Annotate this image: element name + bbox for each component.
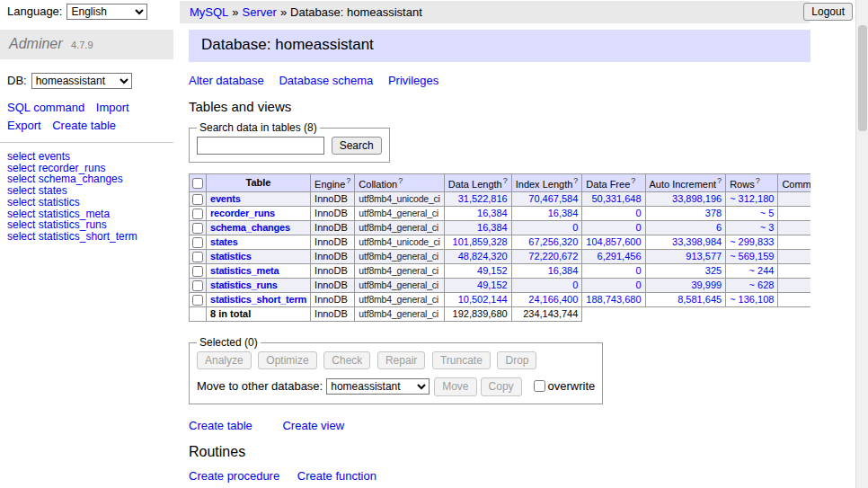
move-db-select[interactable]: homeassistant bbox=[326, 378, 430, 395]
sql-command-link[interactable]: SQL command bbox=[7, 101, 84, 114]
collation-cell: utf8mb4_general_ci bbox=[355, 207, 444, 221]
rows-help-link[interactable]: ? bbox=[756, 176, 760, 185]
data-free-help-link[interactable]: ? bbox=[631, 176, 635, 185]
auto-increment-link[interactable]: 33,398,984 bbox=[672, 236, 722, 247]
select-all-checkbox[interactable] bbox=[192, 178, 203, 189]
alter-database-link[interactable]: Alter database bbox=[189, 74, 264, 87]
auto-increment-link[interactable]: 6 bbox=[716, 222, 722, 233]
row-checkbox[interactable] bbox=[192, 237, 203, 248]
row-checkbox[interactable] bbox=[192, 252, 203, 262]
data-length-link[interactable]: 16,384 bbox=[477, 208, 508, 218]
move-button[interactable]: Move bbox=[434, 377, 476, 395]
create-view-link[interactable]: Create view bbox=[282, 419, 344, 432]
breadcrumb-server-link[interactable]: Server bbox=[243, 5, 277, 19]
rows-link[interactable]: ~ 3 bbox=[760, 222, 775, 233]
data-free-link[interactable]: 188,743,680 bbox=[586, 294, 641, 305]
optimize-button[interactable]: Optimize bbox=[258, 351, 316, 369]
table-name-link[interactable]: states bbox=[210, 236, 238, 247]
table-name-link[interactable]: events bbox=[210, 193, 241, 204]
sidebar-create-table-link[interactable]: Create table bbox=[52, 119, 116, 132]
table-name-link[interactable]: statistics_runs bbox=[210, 279, 278, 290]
copy-button[interactable]: Copy bbox=[481, 377, 522, 395]
index-length-link[interactable]: 16,384 bbox=[548, 265, 579, 276]
collation-help-link[interactable]: ? bbox=[398, 176, 403, 185]
database-schema-link[interactable]: Database schema bbox=[279, 74, 373, 87]
row-checkbox[interactable] bbox=[192, 266, 203, 277]
import-link[interactable]: Import bbox=[96, 101, 129, 114]
create-procedure-link[interactable]: Create procedure bbox=[189, 469, 279, 483]
analyze-button[interactable]: Analyze bbox=[197, 351, 252, 369]
rows-link[interactable]: ~ 136,108 bbox=[730, 294, 774, 305]
auto-increment-link[interactable]: 8,581,645 bbox=[678, 294, 722, 305]
check-button[interactable]: Check bbox=[323, 351, 370, 369]
data-free-link[interactable]: 0 bbox=[635, 265, 641, 276]
data-free-link[interactable]: 0 bbox=[635, 279, 641, 290]
breadcrumb-mysql-link[interactable]: MySQL bbox=[190, 5, 228, 19]
data-length-cell: 101,859,328 bbox=[444, 235, 511, 250]
index-length-link[interactable]: 72,220,672 bbox=[528, 251, 578, 262]
data-length-link[interactable]: 49,152 bbox=[477, 279, 508, 290]
auto-increment-link[interactable]: 378 bbox=[705, 208, 722, 218]
scrollbar-thumb[interactable] bbox=[858, 25, 867, 131]
drop-button[interactable]: Drop bbox=[497, 351, 536, 369]
db-select[interactable]: homeassistant bbox=[31, 73, 132, 89]
data-free-link[interactable]: 0 bbox=[635, 208, 641, 218]
row-checkbox[interactable] bbox=[192, 295, 203, 306]
row-checkbox[interactable] bbox=[192, 209, 203, 219]
repair-button[interactable]: Repair bbox=[377, 351, 425, 369]
rows-link[interactable]: ~ 299,833 bbox=[730, 236, 774, 247]
data-free-link[interactable]: 6,291,456 bbox=[598, 251, 642, 262]
auto-increment-help-link[interactable]: ? bbox=[717, 176, 722, 185]
table-structure-link[interactable]: statistics_short_term bbox=[39, 230, 137, 243]
vertical-scrollbar[interactable] bbox=[855, 0, 868, 488]
index-length-link[interactable]: 67,256,320 bbox=[528, 236, 578, 247]
index-length-link[interactable]: 0 bbox=[572, 222, 578, 233]
table-name-link[interactable]: recorder_runs bbox=[210, 208, 275, 218]
rows-link[interactable]: ~ 569,159 bbox=[730, 251, 774, 262]
auto-increment-link[interactable]: 325 bbox=[705, 265, 722, 276]
index-length-link[interactable]: 16,384 bbox=[548, 208, 579, 218]
language-select[interactable]: English bbox=[66, 4, 147, 20]
adminer-logo-link[interactable]: Adminer bbox=[9, 36, 63, 51]
data-length-link[interactable]: 16,384 bbox=[477, 222, 508, 233]
table-name-link[interactable]: statistics_meta bbox=[210, 265, 279, 276]
auto-increment-link[interactable]: 39,999 bbox=[691, 279, 722, 290]
auto-increment-link[interactable]: 33,898,196 bbox=[672, 193, 722, 204]
overwrite-checkbox[interactable] bbox=[534, 380, 545, 392]
data-length-link[interactable]: 48,824,320 bbox=[458, 251, 508, 262]
export-link[interactable]: Export bbox=[7, 119, 41, 132]
rows-link[interactable]: ~ 628 bbox=[749, 279, 775, 290]
index-length-help-link[interactable]: ? bbox=[573, 176, 578, 185]
search-button[interactable]: Search bbox=[332, 137, 382, 155]
row-checkbox[interactable] bbox=[192, 223, 203, 234]
rows-link[interactable]: ~ 244 bbox=[749, 265, 775, 276]
index-length-link[interactable]: 0 bbox=[572, 279, 578, 290]
table-name-link[interactable]: schema_changes bbox=[210, 222, 290, 233]
auto-increment-link[interactable]: 913,577 bbox=[686, 251, 722, 262]
row-checkbox[interactable] bbox=[192, 280, 203, 291]
table-name-link[interactable]: statistics_short_term bbox=[210, 294, 306, 305]
data-free-link[interactable]: 0 bbox=[635, 222, 641, 233]
data-free-link[interactable]: 104,857,600 bbox=[586, 236, 641, 247]
engine-help-link[interactable]: ? bbox=[346, 176, 350, 185]
data-length-link[interactable]: 101,859,328 bbox=[453, 236, 508, 247]
create-table-link[interactable]: Create table bbox=[189, 419, 252, 432]
data-length-link[interactable]: 31,522,816 bbox=[458, 193, 508, 204]
table-row: statistics InnoDB utf8mb4_general_ci 48,… bbox=[190, 250, 811, 264]
select-table-link[interactable]: select bbox=[7, 230, 35, 243]
index-length-link[interactable]: 70,467,584 bbox=[528, 193, 578, 204]
data-length-help-link[interactable]: ? bbox=[503, 176, 508, 185]
row-checkbox[interactable] bbox=[192, 194, 203, 205]
data-length-link[interactable]: 10,502,144 bbox=[458, 294, 508, 305]
truncate-button[interactable]: Truncate bbox=[432, 351, 491, 369]
privileges-link[interactable]: Privileges bbox=[388, 74, 438, 87]
create-function-link[interactable]: Create function bbox=[297, 469, 376, 483]
rows-link[interactable]: ~ 312,180 bbox=[730, 193, 774, 204]
logout-button[interactable]: Logout bbox=[803, 3, 853, 21]
index-length-link[interactable]: 24,166,400 bbox=[528, 294, 578, 305]
table-name-link[interactable]: statistics bbox=[210, 251, 252, 262]
data-length-link[interactable]: 49,152 bbox=[477, 265, 508, 276]
rows-link[interactable]: ~ 5 bbox=[760, 208, 775, 218]
search-input[interactable] bbox=[197, 137, 324, 155]
data-free-link[interactable]: 50,331,648 bbox=[591, 193, 641, 204]
